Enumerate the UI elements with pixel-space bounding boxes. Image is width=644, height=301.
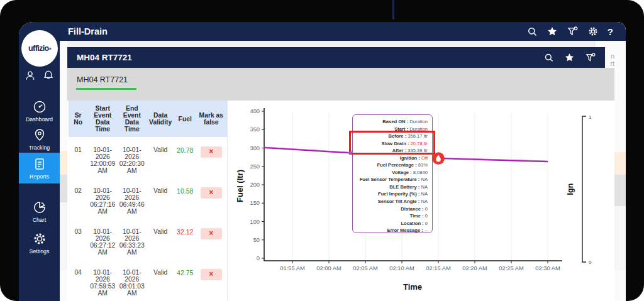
page-title: Fill-Drain — [68, 26, 108, 36]
svg-text:200: 200 — [250, 182, 260, 188]
cell-start-time: 10-01-2026 12:00:09 AM — [87, 146, 118, 174]
svg-text:02:30 AM: 02:30 AM — [535, 265, 560, 271]
search-icon[interactable] — [544, 53, 554, 63]
app-window: uffizio» Dashboard Tracki — [19, 22, 626, 301]
cell-end-time: 10-01-2026 02:20:30 AM — [118, 146, 146, 174]
search-icon[interactable] — [527, 26, 538, 37]
column-header[interactable]: Start Event Data Time — [87, 105, 118, 133]
tooltip-row: Ignition : Off — [355, 155, 428, 162]
cell-mark-false: × — [196, 228, 227, 239]
tooltip-row: Sensor Tilt Angle : NA — [355, 198, 428, 205]
cell-mark-false: × — [196, 269, 227, 280]
svg-text:02:10 AM: 02:10 AM — [389, 265, 414, 271]
column-header[interactable]: End Event Data Time — [118, 105, 146, 133]
table-header-row: Sr No Start Event Data Time End Event Da… — [69, 101, 227, 137]
table-row: 0410-01-2026 07:59:53 AM10-01-2026 08:01… — [69, 260, 227, 300]
help-icon[interactable]: ? — [608, 26, 613, 37]
brand-logo-mark: » — [49, 47, 51, 51]
bg-row-highlight — [60, 151, 67, 175]
gear-icon[interactable] — [587, 26, 599, 37]
cell-sr-no: 01 — [69, 146, 87, 153]
tooltip-row: Fuel Sensor Temperature : NA — [355, 176, 428, 183]
svg-text:300: 300 — [250, 145, 260, 151]
svg-text:02:20 AM: 02:20 AM — [462, 265, 487, 271]
star-icon[interactable] — [564, 52, 575, 63]
column-header[interactable]: Sr No — [69, 112, 87, 126]
cell-end-time: 10-01-2026 08:01:03 AM — [118, 269, 146, 297]
tooltip-row: Error Message : -- — [355, 227, 428, 234]
brand-logo-text: uffizio — [28, 44, 49, 53]
cell-sr-no: 02 — [69, 187, 87, 194]
svg-text:02:05 AM: 02:05 AM — [353, 265, 377, 271]
cell-fuel-value: 32.12 — [175, 228, 196, 236]
cell-data-validity: Valid — [146, 187, 174, 194]
svg-text:0: 0 — [257, 255, 260, 261]
cell-data-validity: Valid — [146, 269, 174, 276]
mark-as-false-button[interactable]: × — [201, 228, 222, 239]
fuel-chart: 01:55 AM02:00 AM02:05 AM02:10 AM02:15 AM… — [233, 104, 618, 295]
star-icon[interactable] — [547, 26, 558, 37]
svg-text:50: 50 — [253, 237, 260, 243]
cell-start-time: 10-01-2026 06:27:16 AM — [87, 187, 118, 215]
sidebar-item-tracking[interactable]: Tracking — [19, 124, 60, 155]
mark-as-false-button[interactable]: × — [201, 269, 222, 280]
bg-row — [60, 175, 67, 202]
tab-vehicle[interactable]: MH04 RT7721 — [77, 75, 136, 90]
sidebar-item-settings[interactable]: Settings — [19, 227, 60, 258]
sidebar-item-dashboard[interactable]: Dashboard — [19, 96, 60, 126]
tooltip-row: Fuel Impurity (%) : NA — [355, 190, 428, 198]
svg-text:Fuel (ltr): Fuel (ltr) — [235, 170, 245, 202]
cell-start-time: 10-01-2026 06:27:12 AM — [87, 228, 118, 256]
column-header[interactable]: Data Validity — [146, 112, 174, 126]
bell-icon[interactable] — [42, 69, 55, 82]
gauge-icon — [32, 99, 47, 114]
svg-text:0: 0 — [589, 260, 592, 265]
cell-sr-no: 04 — [69, 269, 87, 276]
svg-text:1: 1 — [589, 114, 592, 120]
cell-sr-no: 03 — [69, 228, 87, 235]
location-pin-icon — [32, 128, 47, 143]
table-row: 0210-01-2026 06:27:16 AM10-01-2026 06:49… — [69, 178, 227, 219]
cell-fuel-value: 42.75 — [175, 269, 196, 276]
column-header[interactable]: Mark as false — [196, 112, 227, 126]
user-icon[interactable] — [24, 69, 36, 82]
sidebar-item-chart[interactable]: Chart — [19, 196, 60, 227]
svg-text:150: 150 — [250, 200, 260, 206]
device-frame: uffizio» Dashboard Tracki — [0, 0, 644, 301]
tooltip-row: Time : 0 — [355, 212, 428, 220]
app-header: Fill-Drain ? — [60, 22, 626, 41]
tooltip-row: Voltage : 8.0840 — [355, 169, 428, 177]
tooltip-row: Location : 0 — [355, 220, 428, 227]
sidebar-item-label: Chart — [33, 217, 47, 223]
tooltip-row: Distance : 0 — [355, 205, 428, 213]
clipped-bg-text: n rt — [611, 52, 614, 67]
filter-gear-icon[interactable] — [585, 52, 596, 63]
fill-drain-table: Sr No Start Event Data Time End Event Da… — [69, 101, 228, 301]
frame-divider — [392, 0, 394, 19]
cell-end-time: 10-01-2026 06:49:46 AM — [118, 187, 146, 215]
active-tab-underline — [76, 88, 136, 90]
sidebar-item-reports[interactable]: Reports — [19, 153, 60, 183]
brand-logo[interactable]: uffizio» — [21, 30, 58, 67]
bg-row — [60, 202, 67, 270]
tab-label: MH04 RT7721 — [77, 75, 128, 84]
sidebar-item-label: Tracking — [29, 145, 50, 151]
svg-text:250: 250 — [250, 163, 260, 170]
mark-as-false-button[interactable]: × — [201, 146, 222, 158]
sidebar-item-label: Reports — [30, 173, 49, 180]
vehicle-title: MH04 RT7721 — [77, 53, 132, 62]
cell-end-time: 10-01-2026 06:33:23 AM — [118, 228, 146, 256]
svg-text:350: 350 — [250, 126, 260, 133]
mark-as-false-button[interactable]: × — [201, 187, 222, 199]
filter-gear-icon[interactable] — [567, 26, 579, 37]
tooltip-row: Fuel Percentage : 81% — [355, 161, 428, 169]
svg-text:02:25 AM: 02:25 AM — [499, 265, 523, 271]
svg-text:Time: Time — [403, 282, 422, 292]
tooltip-highlight-box — [349, 131, 435, 155]
column-header[interactable]: Fuel — [175, 116, 196, 123]
drain-event-marker[interactable] — [430, 150, 447, 167]
tooltip-row: BLE Battery : NA — [355, 183, 428, 191]
table-row: 0110-01-2026 12:00:09 AM10-01-2026 02:20… — [69, 137, 227, 178]
vehicle-header: MH04 RT7721 — [67, 47, 605, 68]
svg-text:02:00 AM: 02:00 AM — [316, 265, 341, 271]
